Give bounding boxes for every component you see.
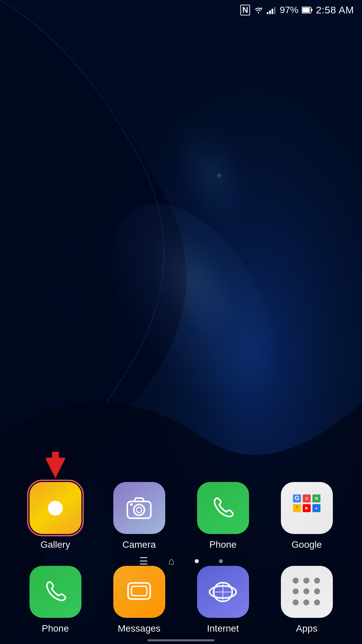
gallery-icon[interactable] (29, 482, 81, 534)
app-phone-dock[interactable]: Phone (29, 566, 81, 634)
svg-rect-27 (131, 586, 147, 596)
apps-label: Apps (296, 623, 317, 634)
app-gallery[interactable]: Gallery (29, 482, 81, 550)
app-apps[interactable]: Apps (281, 566, 333, 634)
gallery-arrow (44, 452, 67, 480)
apps-dot-7 (293, 599, 299, 605)
page-indicator-2 (219, 559, 223, 563)
svg-point-25 (130, 503, 133, 506)
battery-percent: 97% (280, 5, 298, 15)
menu-nav-icon[interactable]: ☰ (139, 555, 148, 567)
camera-icon[interactable] (113, 482, 165, 534)
app-internet[interactable]: Internet (197, 566, 249, 634)
app-phone[interactable]: Phone (197, 482, 249, 550)
svg-point-23 (134, 504, 144, 515)
phone-dock-label: Phone (42, 623, 69, 634)
google-label: Google (292, 539, 322, 550)
home-nav-icon[interactable]: ⌂ (168, 555, 174, 567)
apps-dot-6 (314, 588, 320, 594)
apps-dot-9 (314, 599, 320, 605)
google-icon[interactable]: G G M 📍 ▶ ▲ (281, 482, 333, 534)
internet-label: Internet (207, 623, 239, 634)
apps-dot-4 (293, 588, 299, 594)
apps-dot-1 (293, 578, 299, 584)
app-messages[interactable]: Messages (113, 566, 165, 634)
messages-label: Messages (118, 623, 161, 634)
apps-dot-2 (303, 578, 309, 584)
signal-icon (267, 6, 276, 14)
svg-rect-9 (274, 7, 276, 14)
svg-rect-6 (267, 12, 268, 14)
nfc-icon: N (240, 5, 250, 15)
page-indicator-1 (195, 559, 199, 563)
status-time: 2:58 AM (316, 4, 354, 16)
svg-rect-7 (269, 10, 271, 14)
status-bar: N 97% 2:58 AM (0, 0, 362, 20)
status-icons: N 97% 2:58 AM (240, 4, 354, 16)
apps-icon[interactable] (281, 566, 333, 618)
svg-rect-11 (302, 8, 310, 12)
svg-point-24 (136, 507, 142, 513)
bottom-dock: Phone Messages I (0, 566, 362, 634)
nav-bar: ☰ ⌂ (0, 555, 362, 567)
wifi-icon (253, 6, 263, 14)
phone-label: Phone (209, 539, 237, 550)
home-icons-row: Gallery Camera Phone (0, 482, 362, 550)
svg-rect-12 (311, 9, 312, 11)
messages-icon[interactable] (113, 566, 165, 618)
apps-dots-grid (293, 578, 321, 606)
apps-dot-3 (314, 578, 320, 584)
app-google[interactable]: G G M 📍 ▶ ▲ Google (281, 482, 333, 550)
svg-rect-8 (272, 9, 273, 14)
camera-label: Camera (122, 539, 156, 550)
svg-point-4 (194, 154, 235, 195)
battery-icon (302, 6, 312, 14)
phone-icon[interactable] (197, 482, 249, 534)
svg-point-5 (260, 7, 262, 9)
internet-icon[interactable] (197, 566, 249, 618)
apps-dot-5 (303, 588, 309, 594)
gallery-label: Gallery (41, 539, 70, 550)
svg-point-21 (53, 505, 58, 511)
apps-dot-8 (303, 599, 309, 605)
google-grid: G G M 📍 ▶ ▲ (292, 493, 322, 523)
phone-dock-icon[interactable] (29, 566, 81, 618)
app-camera[interactable]: Camera (113, 482, 165, 550)
home-indicator (147, 639, 215, 641)
